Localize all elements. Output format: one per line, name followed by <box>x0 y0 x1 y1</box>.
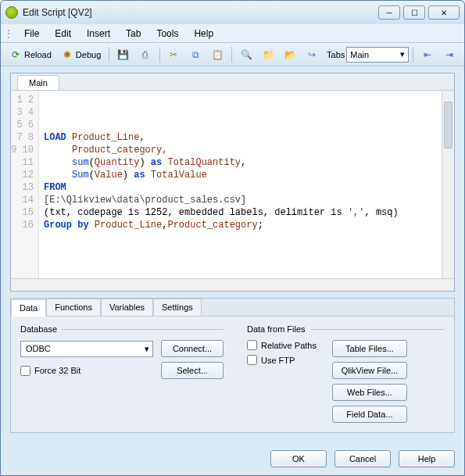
titlebar[interactable]: Edit Script [QV2] ─ ☐ ✕ <box>1 1 464 24</box>
search-button[interactable]: 🔍 <box>236 46 256 63</box>
close-button[interactable]: ✕ <box>428 5 460 20</box>
tab-data[interactable]: Data <box>11 299 46 317</box>
force-32bit-input[interactable] <box>20 366 30 376</box>
window-title: Edit Script [QV2] <box>23 7 378 18</box>
menubar-grip-icon[interactable]: ⋮ <box>4 28 13 39</box>
tab-functions[interactable]: Functions <box>46 299 101 316</box>
use-ftp-input[interactable] <box>247 355 257 365</box>
save-icon: 💾 <box>117 48 130 61</box>
vertical-scrollbar[interactable] <box>442 91 454 278</box>
toolbar-separator <box>413 47 413 63</box>
paste-button[interactable]: 📋 <box>207 46 227 63</box>
editor-tab-main[interactable]: Main <box>17 75 59 90</box>
print-icon: ⎙ <box>139 48 152 61</box>
folder-icon: 📁 <box>262 48 274 61</box>
cut-icon: ✂ <box>167 48 180 61</box>
menu-edit[interactable]: Edit <box>47 26 79 41</box>
database-driver-dropdown[interactable]: ODBC ▾ <box>20 341 153 357</box>
menu-tools[interactable]: Tools <box>148 26 186 41</box>
menubar: ⋮ File Edit Insert Tab Tools Help <box>1 24 464 43</box>
folder-open-icon: 📂 <box>284 48 296 61</box>
menu-tab[interactable]: Tab <box>118 26 148 41</box>
copy-button[interactable]: ⧉ <box>185 46 206 63</box>
panel-tab-strip: Data Functions Variables Settings <box>11 299 454 317</box>
qlikview-file-button[interactable]: QlikView File... <box>332 362 407 379</box>
app-icon <box>5 6 18 19</box>
content-area: Main 1 2 3 4 5 6 7 8 9 10 11 12 13 14 15… <box>1 66 464 446</box>
menu-insert[interactable]: Insert <box>79 26 118 41</box>
web-files-button[interactable]: Web Files... <box>332 384 407 401</box>
force-32bit-checkbox[interactable]: Force 32 Bit <box>20 366 153 376</box>
toolbar-separator <box>159 47 160 63</box>
toolbar-separator <box>109 47 109 63</box>
print-button[interactable]: ⎙ <box>135 46 156 63</box>
chevron-down-icon: ▾ <box>145 344 149 354</box>
scrollbar-thumb[interactable] <box>444 102 452 149</box>
dialog-footer: OK Cancel Help <box>1 446 464 475</box>
tabs-dropdown[interactable]: Main ▾ <box>346 47 409 63</box>
bottom-panel: Data Functions Variables Settings Databa… <box>10 298 455 433</box>
tabs-dropdown-value: Main <box>350 50 369 59</box>
select-button[interactable]: Select... <box>161 362 224 379</box>
maximize-button[interactable]: ☐ <box>403 5 425 20</box>
cancel-button[interactable]: Cancel <box>334 450 391 467</box>
relative-paths-checkbox[interactable]: Relative Paths <box>247 340 317 350</box>
toolbar: ⟳ Reload ✺ Debug 💾 ⎙ ✂ ⧉ 📋 🔍 📁 📂 ↪ Tabs … <box>1 43 464 66</box>
minimize-button[interactable]: ─ <box>378 5 400 20</box>
line-number-gutter: 1 2 3 4 5 6 7 8 9 10 11 12 13 14 15 16 <box>11 91 39 291</box>
indent-left-button[interactable]: ⇤ <box>417 46 438 63</box>
database-group-title: Database <box>20 324 224 334</box>
export-button[interactable]: ↪ <box>302 46 322 63</box>
table-files-button[interactable]: Table Files... <box>332 340 407 357</box>
script-editor: Main 1 2 3 4 5 6 7 8 9 10 11 12 13 14 15… <box>10 73 455 292</box>
bug-icon: ✺ <box>61 48 73 61</box>
relative-paths-input[interactable] <box>247 340 257 350</box>
tab-settings[interactable]: Settings <box>153 299 202 316</box>
indent-left-icon: ⇤ <box>421 48 434 61</box>
save-button[interactable]: 💾 <box>113 46 134 63</box>
search-icon: 🔍 <box>240 48 252 61</box>
folder2-button[interactable]: 📂 <box>280 46 300 63</box>
tab-variables[interactable]: Variables <box>101 299 153 316</box>
menu-help[interactable]: Help <box>186 26 221 41</box>
use-ftp-checkbox[interactable]: Use FTP <box>247 355 317 365</box>
files-group-title: Data from Files <box>247 324 445 334</box>
help-button[interactable]: Help <box>399 450 455 467</box>
field-data-button[interactable]: Field Data... <box>332 406 407 423</box>
indent-right-button[interactable]: ⇥ <box>439 46 460 63</box>
debug-button[interactable]: ✺ Debug <box>57 46 105 63</box>
files-group: Data from Files Relative Paths Use FTP <box>247 324 445 423</box>
horizontal-scrollbar[interactable] <box>11 278 454 291</box>
chevron-down-icon: ▾ <box>400 49 405 59</box>
editor-tab-strip: Main <box>11 73 454 91</box>
reload-button[interactable]: ⟳ Reload <box>5 46 55 63</box>
edit-script-window: Edit Script [QV2] ─ ☐ ✕ ⋮ File Edit Inse… <box>0 0 465 476</box>
ok-button[interactable]: OK <box>270 450 327 467</box>
code-area[interactable]: LOAD Product_Line, Product_category, sum… <box>39 91 454 291</box>
database-driver-value: ODBC <box>26 344 51 353</box>
connect-button[interactable]: Connect... <box>161 340 224 357</box>
tabs-label: Tabs <box>327 50 345 59</box>
reload-icon: ⟳ <box>9 48 22 61</box>
copy-icon: ⧉ <box>189 48 202 61</box>
cut-button[interactable]: ✂ <box>163 46 184 63</box>
menu-file[interactable]: File <box>16 26 47 41</box>
folder-button[interactable]: 📁 <box>258 46 278 63</box>
database-group: Database ODBC ▾ Connect... Force 32 Bit <box>20 324 224 423</box>
paste-icon: 📋 <box>211 48 224 61</box>
export-icon: ↪ <box>306 48 318 61</box>
indent-right-icon: ⇥ <box>443 48 456 61</box>
toolbar-separator <box>231 47 232 63</box>
